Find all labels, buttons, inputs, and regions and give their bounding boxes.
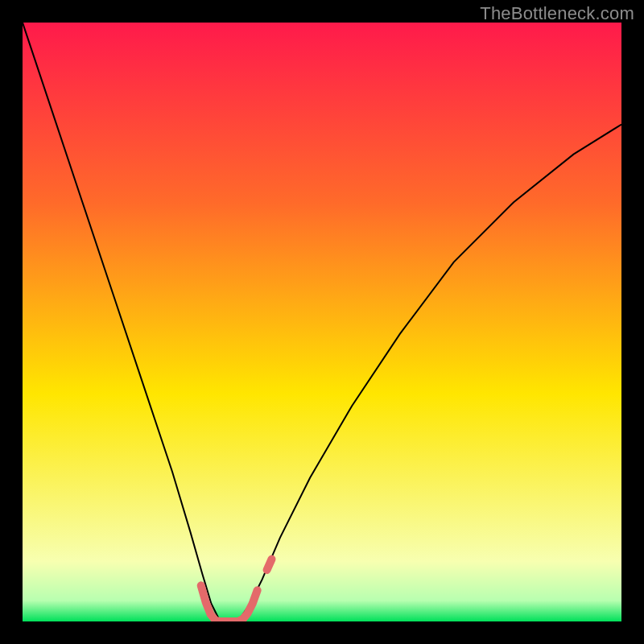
watermark-text: TheBottleneck.com (480, 3, 634, 24)
chart-svg (23, 23, 621, 621)
plot-area (23, 23, 621, 621)
background-gradient (23, 23, 621, 621)
chart-container: TheBottleneck.com (0, 0, 644, 644)
series-optimal-marker-dot (267, 559, 272, 570)
